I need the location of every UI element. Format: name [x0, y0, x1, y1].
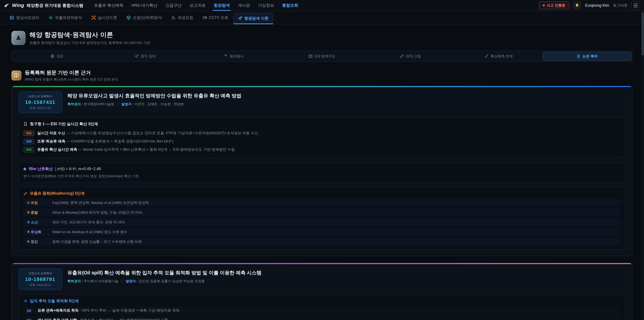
- globe-icon: [50, 54, 54, 58]
- nav-item-oil-spill-prediction[interactable]: 유출유 확산예측: [90, 0, 128, 11]
- system-title: 해양환경 위기대응 통합시스템: [26, 3, 83, 8]
- nav-item-board[interactable]: 게시판: [234, 0, 254, 11]
- optimization-title-row: 입자 추적 모듈 최적화 5단계: [24, 298, 620, 303]
- tab-label: 탐지 장비: [141, 54, 156, 59]
- claim-desc: — 기상예측시스템·위성영상수신시스템·검조소 인터넷 연결, FTP로 기상자…: [66, 131, 258, 135]
- weathering-row: ④ 유상화 Water-in-oil, Mackay et al.(1980) …: [24, 228, 620, 236]
- section-header: 등록특허 원문 기반 이론 근거 WING 탑재 유출유 확산예측 시스템의 특…: [12, 69, 632, 82]
- plane-icon: [135, 54, 139, 58]
- hamburger-menu-button[interactable]: [631, 1, 640, 10]
- patent1-header: 대한민국 등록특허 10-1567431 등록: 2015.11.03 해양 유…: [18, 92, 626, 113]
- subtab-cctv-view[interactable]: CCTV 조회: [198, 11, 232, 24]
- nav-item-hns-air-diffusion[interactable]: HNS·대기확산: [128, 0, 162, 11]
- nav-item-reports[interactable]: 보고자료: [186, 0, 210, 11]
- incident-status-badge[interactable]: 사고 진행중: [539, 1, 569, 10]
- card1-gradient-bar: [12, 86, 632, 87]
- weathering-desc: 쇄파 기인, 파도에너지·유속 함수, 전체 약 15%: [52, 220, 125, 224]
- nav-item-weather-info[interactable]: 기상정보: [254, 0, 278, 11]
- tab-overview[interactable]: 개요: [13, 52, 101, 61]
- subtab-oil-area-analysis[interactable]: 유출유면적분석: [44, 11, 86, 24]
- subtab-label: 오염/선박3D분석: [133, 15, 162, 20]
- meta-separator: |: [117, 102, 118, 106]
- fbm-formula: | σ²(t) = A·tᵐ, m≈0.45~2.46: [55, 167, 101, 171]
- fbm-box: fBm 난류확산 | σ²(t) = A·tᵐ, m≈0.45~2.46 분수 …: [18, 162, 626, 182]
- incident-badge-label: 사고 진행중: [547, 3, 565, 8]
- main-nav: 유출유 확산예측 HNS·대기확산 긴급구난 보고자료 항공탐색 게시판 기상정…: [90, 0, 302, 11]
- brand-logo-text: Wing: [12, 3, 24, 8]
- map-icon: [308, 54, 312, 58]
- bookmark-icon: [24, 122, 28, 126]
- claim-name: 조류·취송류 예측: [37, 139, 65, 143]
- weathering-row: ① 퍼짐 Fay(1969): 중력-관성력, Mackay et al.(19…: [24, 199, 620, 207]
- tab-detection-equipment[interactable]: 탐지 장비: [101, 52, 190, 61]
- step-desc: : GPS 부이 투하 → 실제 이동경로 + 예측 기상·해양자료 취득: [80, 308, 180, 312]
- weathering-title: 유출유 풍화(Weathering) 5단계: [30, 191, 85, 196]
- step-label: (a): [27, 308, 34, 312]
- brand[interactable]: Wing 해양환경 위기대응 통합시스템: [4, 0, 90, 11]
- topnav-right-group: 사고 진행중 Eunjeong Kim 로그아웃: [539, 0, 640, 11]
- step-desc: : 예측자료 + 확산계수 → 제1 예측변위량(ΔModel) 산출: [78, 318, 168, 320]
- claim-desc: — CHARRY모델 조화분석 + 취송류 경험식(0.029×Vw, θw+1…: [66, 139, 174, 143]
- notification-bell-button[interactable]: [573, 1, 582, 10]
- tab-label: 원격탐사: [230, 54, 244, 59]
- claims-box-title-row: 청구항 1 — ESI 기반 실시간 확산 3단계: [24, 121, 620, 127]
- weathering-row: ⑤ 침강 용해·미생물 분해, 질량 손실률 – 초기 누유량에 선형 비례: [24, 238, 620, 246]
- tab-area-calculation[interactable]: 면적 산정: [366, 52, 454, 61]
- drone-icon: [92, 16, 96, 20]
- tab-label: 확산예측 연계: [491, 54, 513, 59]
- patent-reg-date: 등록: 2018.06.12: [23, 283, 58, 287]
- tab-papers-patents[interactable]: 논문·특허: [543, 52, 631, 61]
- nav-item-emergency-rescue[interactable]: 긴급구난: [161, 0, 186, 11]
- subtab-satellite-request[interactable]: 위성요청: [167, 11, 198, 24]
- page-header: 해양 항공탐색·원격탐사 이론 유출유 원격탐지·항공감시 기반·ESI 방제정…: [12, 31, 632, 45]
- section-icon-box: [12, 71, 22, 81]
- claim-name: 실시간 자료 수신: [37, 131, 65, 135]
- patent-country-label: 대한민국 등록특허: [23, 271, 58, 275]
- bell-icon: [575, 3, 579, 8]
- scrollbar-thumb[interactable]: [642, 13, 644, 55]
- weathering-label: ④ 유상화: [27, 229, 48, 234]
- subtab-image-photo-management[interactable]: 영상사진관리: [5, 11, 44, 24]
- optimization-step-b: (b) 제1 입자 추적 모델 실행 : 예측자료 + 확산계수 → 제1 예측…: [24, 316, 620, 320]
- subtab-pollution-ship-3d[interactable]: 오염/선박3D분석: [122, 11, 166, 24]
- tab-label: 논문·특허: [582, 54, 598, 59]
- satellite-icon: [172, 16, 176, 20]
- fbm-title-row: fBm 난류확산 | σ²(t) = A·tᵐ, m≈0.45~2.46: [24, 166, 620, 171]
- sub-navbar: 영상사진관리 유출유면적분석 실시간드론 오염/선박3D분석 위성요청 CCTV…: [0, 11, 644, 25]
- user-name[interactable]: Eunjeong Kim: [585, 3, 609, 8]
- weathering-desc: Stiver & Mackay(1984) 해석적 방법, 수일~10일간 약 …: [52, 210, 142, 215]
- tab-label: 면적 산정: [406, 54, 421, 59]
- tab-diffusion-link[interactable]: 확산예측 연계: [454, 52, 543, 61]
- subtab-aerial-search-theory[interactable]: 항공탐색 이론: [233, 13, 273, 24]
- holder-label: 특허권자 :: [68, 279, 83, 283]
- patent2-header: 대한민국 등록특허 10-1868791 등록: 2018.06.12 유출유(…: [18, 268, 626, 290]
- link-icon: [485, 54, 489, 58]
- step-badge: S30: [24, 147, 34, 153]
- theory-tab-strip: 개요 탐지 장비 원격탐사 ESI 방제지도 면적 산정 확산예측 연계 논문·…: [12, 51, 632, 62]
- patent-card-1: 대한민국 등록특허 10-1567431 등록: 2015.11.03 해양 유…: [12, 86, 632, 256]
- step-name: 표류 관측+예측자료 취득: [38, 308, 79, 312]
- tab-remote-sensing[interactable]: 원격탐사: [190, 52, 278, 61]
- tab-label: 개요: [56, 54, 64, 59]
- nav-item-aerial-search[interactable]: 항공탐색: [210, 0, 234, 11]
- subtab-label: 위성요청: [178, 15, 193, 20]
- page-subtitle: 유출유 원격탐지·항공감시 기반·ESI 방제정보지도·등록특허 10-1567…: [30, 41, 150, 45]
- pencil-icon: [400, 54, 404, 58]
- step-label: (b): [27, 318, 34, 320]
- subtab-label: 항공탐색 이론: [244, 16, 268, 21]
- weathering-title-row: 유출유 풍화(Weathering) 5단계: [24, 191, 620, 196]
- weathering-row: ③ 소산 쇄파 기인, 파도에너지·유속 함수, 전체 약 15%: [24, 218, 620, 226]
- weathering-label: ① 퍼짐: [27, 200, 48, 205]
- inventors-label: 발명자 :: [126, 279, 138, 283]
- tab-esi-map[interactable]: ESI 방제지도: [278, 52, 366, 61]
- cube-3d-icon: [126, 16, 131, 20]
- page-scrollbar[interactable]: [641, 12, 644, 320]
- nav-item-integrated-search[interactable]: 통합조회: [278, 0, 302, 11]
- logout-button[interactable]: 로그아웃: [613, 3, 628, 8]
- weathering-label: ③ 소산: [27, 220, 48, 224]
- patent1-meta: 특허권자 : 한국해양과학기술원 | 발명자 : 이문진 · 김혜진 · 이승현…: [68, 102, 242, 106]
- claims-box-title: 청구항 1 — ESI 기반 실시간 확산 3단계: [30, 121, 98, 127]
- document-icon: [576, 54, 580, 58]
- subtab-realtime-drone[interactable]: 실시간드론: [87, 11, 122, 24]
- weathering-desc: 용해·미생물 분해, 질량 손실률 – 초기 누유량에 선형 비례: [52, 239, 142, 244]
